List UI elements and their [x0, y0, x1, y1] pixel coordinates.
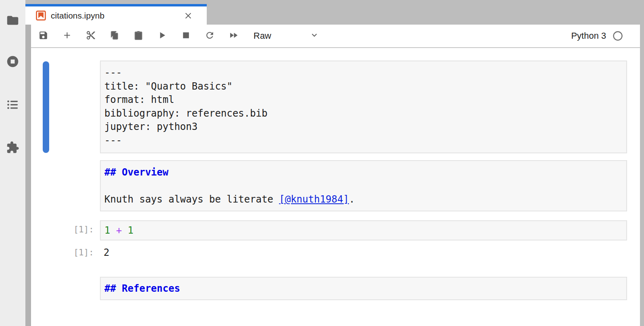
copy-cells-button[interactable]	[109, 30, 120, 42]
tab-title: citations.ipynb	[51, 11, 104, 21]
fast-forward-icon	[229, 30, 239, 42]
code-number: 1	[128, 225, 133, 236]
chevron-down-icon	[310, 31, 319, 41]
markdown-cell-references[interactable]: ## References	[100, 277, 627, 300]
overview-heading: ## Overview	[104, 166, 623, 180]
save-button[interactable]	[37, 30, 49, 42]
sidebar-splitter[interactable]	[25, 0, 31, 326]
run-cell-button[interactable]	[156, 30, 168, 42]
sidebar-item-extension-manager[interactable]	[5, 141, 20, 156]
interrupt-kernel-button[interactable]	[180, 30, 191, 42]
citation-link[interactable]: [@knuth1984]	[279, 194, 349, 205]
yaml-line: title: "Quarto Basics"	[104, 80, 623, 94]
stop-icon	[181, 30, 191, 42]
restart-run-all-button[interactable]	[228, 30, 239, 42]
raw-cell-yaml[interactable]: --- title: "Quarto Basics" format: html …	[100, 61, 627, 153]
scrollbar[interactable]	[640, 0, 644, 326]
overview-text: Knuth says always be literate	[104, 194, 279, 205]
yaml-line: ---	[104, 134, 623, 148]
cut-cells-button[interactable]	[85, 30, 96, 42]
references-heading: ## References	[104, 282, 623, 296]
sidebar-item-table-of-contents[interactable]	[5, 98, 20, 113]
paste-icon	[133, 30, 143, 42]
cell-type-value: Raw	[253, 31, 271, 41]
folder-icon	[6, 14, 19, 29]
plus-icon	[62, 30, 72, 42]
run-icon	[157, 30, 167, 42]
list-icon	[6, 98, 19, 113]
paste-cells-button[interactable]	[133, 30, 144, 42]
scissors-icon	[86, 30, 96, 42]
activity-bar	[0, 0, 25, 326]
tab-citations-ipynb[interactable]: citations.ipynb	[25, 4, 207, 25]
restart-kernel-button[interactable]	[204, 30, 215, 42]
sidebar-item-file-browser[interactable]	[5, 14, 20, 29]
overview-paragraph: Knuth says always be literate [@knuth198…	[104, 193, 623, 207]
code-line: 1 + 1	[104, 224, 623, 238]
notebook-panel: --- title: "Quarto Basics" format: html …	[31, 49, 640, 326]
yaml-line: jupyter: python3	[104, 120, 623, 134]
notebook-icon	[36, 10, 46, 21]
copy-icon	[110, 30, 120, 42]
kernel-name[interactable]: Python 3	[571, 31, 606, 41]
kernel-status-icon[interactable]	[613, 31, 623, 41]
insert-cell-button[interactable]	[61, 30, 73, 42]
stop-circle-icon	[6, 55, 19, 70]
close-icon[interactable]	[183, 11, 193, 21]
output-prompt: [1]:	[31, 246, 94, 260]
overview-suffix: .	[349, 194, 355, 205]
yaml-line: ---	[104, 66, 623, 80]
save-icon	[38, 30, 48, 42]
yaml-line: bibliography: references.bib	[104, 107, 623, 121]
code-number: 1	[104, 225, 110, 236]
output-value: 2	[104, 246, 109, 260]
tab-bar: citations.ipynb	[25, 0, 644, 25]
selected-cell-collapser[interactable]	[43, 61, 49, 153]
sidebar-item-running-sessions[interactable]	[5, 55, 20, 70]
puzzle-icon	[6, 141, 19, 156]
code-cell[interactable]: 1 + 1	[100, 220, 627, 240]
yaml-line: format: html	[104, 93, 623, 107]
cell-type-dropdown[interactable]: Raw	[253, 31, 319, 41]
blank-line	[104, 180, 623, 193]
input-prompt: [1]:	[31, 223, 94, 237]
restart-icon	[205, 30, 215, 42]
notebook-toolbar: Raw Python 3	[31, 25, 640, 48]
code-operator: +	[116, 225, 122, 236]
markdown-cell-overview[interactable]: ## Overview Knuth says always be literat…	[100, 160, 627, 211]
